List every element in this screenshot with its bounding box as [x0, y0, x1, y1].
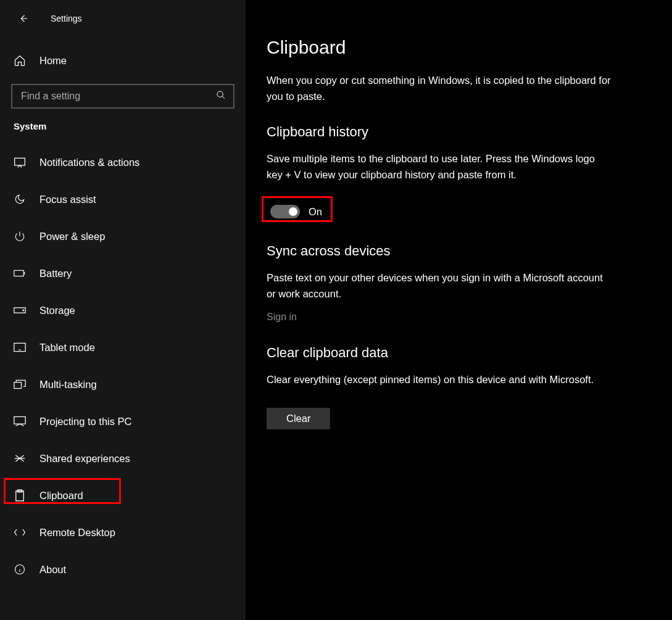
sidebar-item-label: Projecting to this PC [39, 416, 131, 428]
search-box[interactable] [11, 84, 234, 109]
section-description: Paste text on your other devices when yo… [267, 270, 612, 302]
section-clear-clipboard: Clear clipboard data Clear everything (e… [267, 345, 647, 429]
power-icon [14, 230, 26, 242]
svg-rect-1 [15, 158, 25, 165]
home-nav[interactable]: Home [0, 44, 246, 76]
sidebar-item-label: Shared experiences [39, 453, 130, 465]
sidebar-item-label: Focus assist [39, 194, 96, 205]
battery-icon [14, 267, 26, 279]
section-clipboard-history: Clipboard history Save multiple items to… [267, 124, 647, 221]
storage-icon [14, 304, 26, 316]
remote-icon [14, 526, 26, 539]
about-icon [14, 563, 26, 576]
section-heading: Clipboard history [267, 124, 647, 140]
toggle-state-label: On [309, 206, 322, 218]
sidebar-item-clipboard[interactable]: Clipboard [0, 477, 246, 514]
sidebar-item-label: Multi-tasking [39, 379, 97, 391]
sidebar-item-label: Storage [39, 305, 75, 316]
section-sync-devices: Sync across devices Paste text on your o… [267, 243, 647, 323]
sidebar-item-tablet-mode[interactable]: Tablet mode [0, 329, 246, 366]
svg-point-0 [217, 91, 223, 97]
toggle-row: On [267, 202, 326, 221]
sidebar: Settings Home System Notifications & act… [0, 0, 246, 620]
sidebar-item-power-sleep[interactable]: Power & sleep [0, 218, 246, 255]
back-button[interactable] [16, 11, 31, 26]
section-heading: Sync across devices [267, 243, 647, 259]
search-input[interactable] [21, 91, 216, 102]
clear-button[interactable]: Clear [267, 408, 330, 429]
svg-rect-6 [14, 382, 22, 389]
tablet-icon [14, 341, 26, 353]
sidebar-item-notifications[interactable]: Notifications & actions [0, 144, 246, 181]
sidebar-item-label: Clipboard [39, 490, 83, 502]
sidebar-item-label: Notifications & actions [39, 157, 139, 168]
svg-point-4 [23, 310, 24, 311]
sidebar-item-label: Remote Desktop [39, 527, 115, 539]
section-description: Save multiple items to the clipboard to … [267, 151, 612, 183]
sidebar-item-battery[interactable]: Battery [0, 255, 246, 292]
sidebar-item-label: Power & sleep [39, 231, 105, 242]
sidebar-item-label: Tablet mode [39, 342, 95, 353]
svg-rect-7 [14, 417, 25, 424]
multitask-icon [14, 378, 26, 391]
sidebar-item-label: Battery [39, 268, 72, 279]
sidebar-item-label: About [39, 564, 66, 576]
sidebar-item-remote-desktop[interactable]: Remote Desktop [0, 514, 246, 551]
app-title: Settings [51, 14, 82, 23]
arrow-left-icon [18, 13, 29, 24]
clipboard-history-toggle[interactable] [270, 205, 300, 218]
main-content: Clipboard When you copy or cut something… [246, 0, 672, 620]
notifications-icon [14, 156, 26, 168]
sidebar-item-storage[interactable]: Storage [0, 292, 246, 329]
project-icon [14, 415, 26, 428]
sidebar-item-multitasking[interactable]: Multi-tasking [0, 366, 246, 403]
clipboard-icon [14, 489, 26, 502]
svg-rect-2 [14, 270, 23, 276]
home-icon [14, 54, 26, 67]
sidebar-item-projecting[interactable]: Projecting to this PC [0, 403, 246, 440]
sign-in-link[interactable]: Sign in [267, 312, 297, 323]
shared-icon [14, 452, 26, 465]
home-label: Home [39, 55, 67, 67]
search-icon [216, 90, 226, 102]
sidebar-item-shared-experiences[interactable]: Shared experiences [0, 440, 246, 477]
section-heading: Clear clipboard data [267, 345, 647, 361]
page-title: Clipboard [267, 37, 647, 58]
nav-list: Notifications & actions Focus assist Pow… [0, 144, 246, 588]
section-label: System [0, 121, 246, 131]
moon-icon [14, 193, 26, 205]
page-intro: When you copy or cut something in Window… [267, 73, 612, 104]
section-description: Clear everything (except pinned items) o… [267, 372, 612, 388]
search-container [11, 84, 234, 109]
header-row: Settings [0, 5, 246, 32]
sidebar-item-focus-assist[interactable]: Focus assist [0, 181, 246, 218]
sidebar-item-about[interactable]: About [0, 551, 246, 588]
